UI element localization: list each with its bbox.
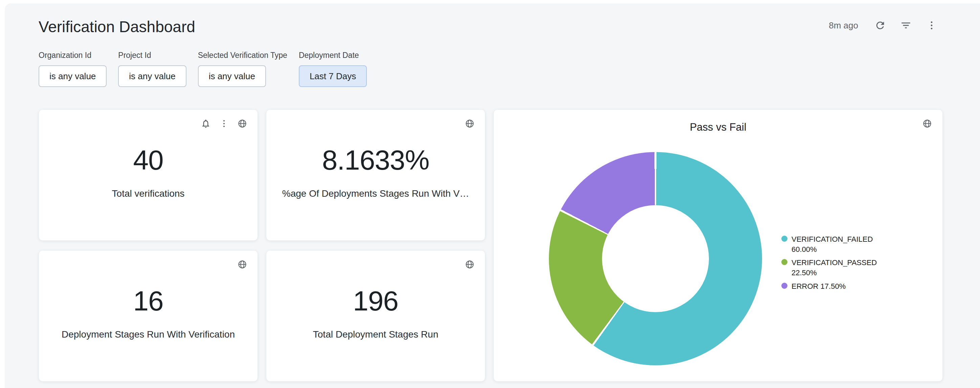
legend-item[interactable]: VERIFICATION_FAILED 60.00% [781,234,883,254]
tile-body: 196 Total Deployment Stages Run [266,247,485,378]
header-actions: 8m ago [829,20,937,31]
tile-label: Total Deployment Stages Run [313,329,438,340]
tile-label: Deployment Stages Run With Verification [62,329,235,340]
filter-value-dropdown[interactable]: Last 7 Days [299,65,367,87]
tile-more-button[interactable] [219,118,229,129]
legend-dot [781,236,788,242]
tile-globe-button[interactable] [237,118,247,129]
tile-value: 196 [353,285,398,317]
filter-value-dropdown[interactable]: is any value [198,65,266,87]
filter-value-dropdown[interactable]: is any value [38,65,107,87]
tile-actions [922,118,932,129]
legend-label: ERROR 17.50% [792,281,877,292]
filter-icon [900,20,912,31]
filter-project-id: Project Id is any value [118,51,186,87]
dashboard-more-button[interactable] [926,20,937,31]
globe-icon [922,118,932,129]
tile-globe-button[interactable] [237,259,247,270]
tile-actions [200,118,247,129]
globe-icon [465,118,475,129]
page-title: Verification Dashboard [38,18,195,36]
tile-body: 8.1633% %age Of Deployments Stages Run W… [266,106,485,237]
bell-icon [200,118,211,129]
tile-value: 8.1633% [322,144,430,176]
tile-actions [465,118,475,129]
filter-value-dropdown[interactable]: is any value [118,65,186,87]
tile-value: 40 [133,144,163,176]
filter-verification-type: Selected Verification Type is any value [198,51,287,87]
tile-total-verifications: 40 Total verifications [38,109,258,241]
filter-label: Selected Verification Type [198,51,287,60]
filter-deployment-date: Deployment Date Last 7 Days [299,51,367,87]
kebab-menu-icon [219,118,229,129]
chart-title: Pass vs Fail [494,121,942,133]
filter-toggle-button[interactable] [900,20,912,31]
filter-label: Organization Id [38,51,107,60]
tile-pct-deployment-stages-with-verification: 8.1633% %age Of Deployments Stages Run W… [266,109,485,241]
globe-icon [237,118,247,129]
alerts-button[interactable] [200,118,211,129]
tile-deployment-stages-with-verification: 16 Deployment Stages Run With Verificati… [38,250,258,382]
legend-dot [781,259,788,265]
verification-dashboard: Verification Dashboard 8m ago Organizati… [0,0,980,388]
tile-globe-button[interactable] [465,259,475,270]
last-refresh-time: 8m ago [829,20,858,31]
tile-globe-button[interactable] [465,118,475,129]
legend-label: VERIFICATION_PASSED 22.50% [792,258,877,278]
donut-chart[interactable] [549,152,762,365]
filter-organization-id: Organization Id is any value [38,51,107,87]
filter-bar: Organization Id is any value Project Id … [38,51,367,87]
tile-actions [465,259,475,270]
tile-value: 16 [133,285,163,317]
globe-icon [237,259,247,270]
tile-body: 16 Deployment Stages Run With Verificati… [39,247,258,378]
legend-item[interactable]: VERIFICATION_PASSED 22.50% [781,258,883,278]
legend-dot [781,283,788,289]
tile-total-deployment-stages-run: 196 Total Deployment Stages Run [266,250,485,382]
globe-icon [465,259,475,270]
tile-globe-button[interactable] [922,118,932,129]
filter-label: Deployment Date [299,51,367,60]
filter-label: Project Id [118,51,186,60]
legend-label: VERIFICATION_FAILED 60.00% [792,234,877,254]
tile-actions [237,259,247,270]
refresh-icon [874,20,886,31]
legend-item[interactable]: ERROR 17.50% [781,281,883,292]
refresh-button[interactable] [874,20,886,31]
tile-pass-vs-fail: Pass vs Fail VERIFICATION_FAILED 60.00%V… [493,109,943,382]
tile-label: %age Of Deployments Stages Run With V… [282,188,469,199]
chart-legend: VERIFICATION_FAILED 60.00%VERIFICATION_P… [781,234,883,291]
tile-label: Total verifications [112,188,185,199]
kebab-menu-icon [926,20,937,31]
